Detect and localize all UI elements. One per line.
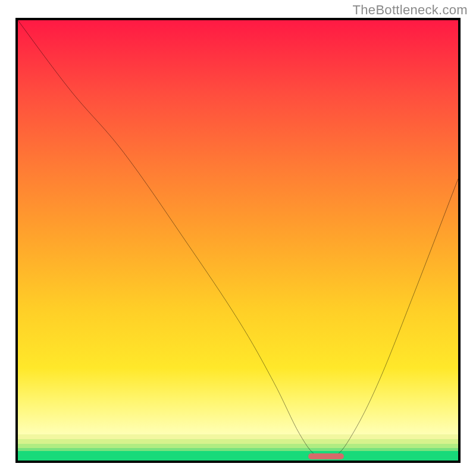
attribution-label: TheBottleneck.com	[353, 2, 468, 18]
gradient-background	[18, 20, 458, 434]
gradient-band	[18, 451, 458, 461]
gradient-band	[18, 444, 458, 448]
chart-frame	[15, 18, 461, 463]
gradient-band	[18, 434, 458, 440]
optimal-marker	[308, 453, 343, 459]
plot-area	[18, 20, 458, 461]
gradient-band	[18, 439, 458, 443]
